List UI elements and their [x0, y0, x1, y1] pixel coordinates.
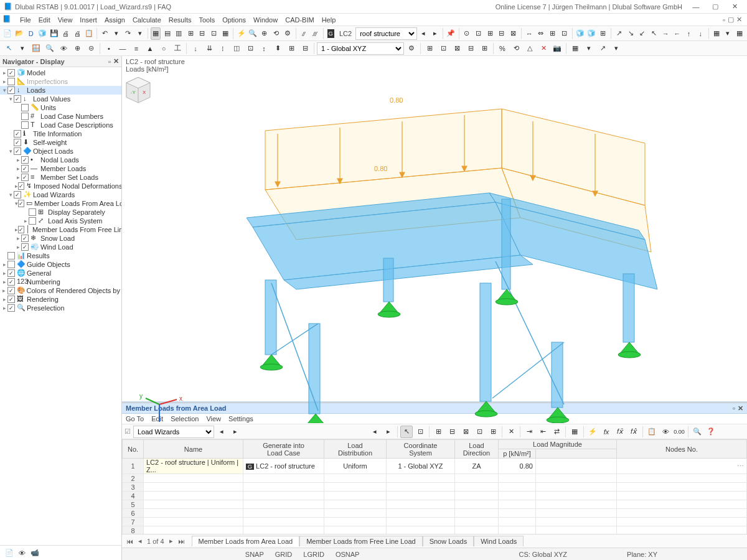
col-dist[interactable]: LoadDistribution [324, 440, 387, 459]
minimize-button[interactable]: — [687, 1, 705, 12]
menu-file[interactable]: File [16, 15, 35, 25]
tree-checkbox[interactable] [7, 269, 15, 277]
tree-item[interactable]: ▸123Numbering [0, 278, 121, 286]
col-sys[interactable]: CoordinateSystem [387, 440, 455, 459]
d1-icon[interactable]: % [496, 42, 509, 55]
m3-icon[interactable]: ⊞ [547, 27, 558, 40]
tt15-icon[interactable]: ⚡ [586, 426, 599, 438]
panel-pin-icon[interactable]: ▫ [108, 58, 111, 65]
tt19-icon[interactable]: 📋 [646, 426, 658, 438]
c2-icon[interactable]: 🧊 [586, 27, 597, 40]
c3-icon[interactable]: ⊞ [598, 27, 609, 40]
new-model-icon[interactable]: D [26, 27, 36, 40]
tt23-icon[interactable]: ❓ [705, 426, 717, 438]
table-tab[interactable]: Member Loads from Free Line Load [299, 536, 422, 546]
tt2-icon[interactable]: ▸ [382, 426, 395, 438]
tree-checkbox[interactable] [18, 200, 24, 207]
col-p2[interactable] [536, 449, 617, 459]
ax2-icon[interactable]: ↘ [626, 27, 636, 40]
col-gen[interactable]: Generate intoLoad Case [243, 440, 324, 459]
menu-assign[interactable]: Assign [101, 15, 129, 25]
tree-item[interactable]: ▸🖼Rendering [0, 295, 121, 304]
tree-checkbox[interactable] [18, 226, 24, 233]
l9-icon[interactable]: ⊟ [299, 42, 311, 55]
tree-checkbox[interactable] [21, 113, 29, 120]
ax5-icon[interactable]: → [660, 27, 671, 40]
snap4-icon[interactable]: ⊟ [497, 27, 507, 40]
report-icon[interactable]: 📋 [84, 27, 95, 40]
tree-checkbox[interactable] [14, 139, 21, 146]
table-tab[interactable]: Wind Loads [474, 536, 524, 546]
block-manager-icon[interactable]: 🧊 [37, 27, 48, 40]
g5-icon[interactable]: ⊞ [478, 42, 491, 55]
close-button[interactable]: ✕ [726, 1, 743, 12]
ax8-icon[interactable]: ↓ [695, 27, 706, 40]
tree-item[interactable]: ⊞Display Separately [0, 208, 121, 217]
tt22-icon[interactable]: 🔍 [691, 426, 703, 438]
tree-item[interactable]: ▸📐Imperfections [0, 77, 121, 86]
tree-checkbox[interactable] [21, 174, 29, 181]
m2-icon[interactable]: ⇔ [535, 27, 546, 40]
set-icon[interactable]: ≡ [130, 42, 143, 55]
tree-item[interactable]: ▸•Nodal Loads [0, 156, 121, 164]
t2d-icon[interactable]: ⊕ [71, 42, 83, 55]
table-row[interactable]: 4 [123, 492, 747, 500]
d2-icon[interactable]: ⟲ [510, 42, 522, 55]
support-icon[interactable]: ▲ [144, 42, 156, 55]
tree-item[interactable]: ▾↓Load Values [0, 95, 121, 103]
view-solid-icon[interactable]: ▤ [162, 27, 172, 40]
tree-checkbox[interactable] [29, 208, 36, 216]
navigator-tree[interactable]: ▸🧊Model▸📐Imperfections▾↓Loads▾↓Load Valu… [0, 67, 121, 545]
e1-dd-icon[interactable]: ▾ [583, 42, 595, 55]
status-grid[interactable]: GRID [275, 551, 293, 558]
d5-icon[interactable]: 📷 [551, 42, 563, 55]
sel-icon[interactable]: ↖ [2, 42, 15, 55]
view-5-icon[interactable]: ⊟ [197, 27, 207, 40]
t2b-icon[interactable]: 🔍 [44, 42, 56, 55]
hinge-icon[interactable]: ○ [157, 42, 170, 55]
calc-icon[interactable]: ⚡ [236, 27, 247, 40]
tree-checkbox[interactable] [21, 156, 29, 164]
table-row[interactable]: 5 [123, 500, 747, 509]
tree-checkbox[interactable] [7, 69, 15, 77]
view-4-icon[interactable]: ⊞ [186, 27, 196, 40]
tb-a-icon[interactable]: ⫽ [298, 27, 309, 40]
view-cube[interactable]: -Y X [122, 75, 154, 107]
view-wire-icon[interactable]: ▦ [151, 27, 161, 40]
tree-item[interactable]: ▸—Member Loads [0, 164, 121, 173]
tree-item[interactable]: ▾▭Member Loads From Area Load [0, 199, 121, 208]
tree-checkbox[interactable] [21, 243, 29, 251]
tree-checkbox[interactable] [14, 191, 21, 198]
status-lgrid[interactable]: LGRID [303, 551, 324, 558]
t2c-icon[interactable]: 👁 [57, 42, 70, 55]
tt7-icon[interactable]: ⊠ [459, 426, 472, 438]
nav-tab1-icon[interactable]: 📄 [5, 549, 14, 557]
tree-item[interactable]: ▸🌐General [0, 269, 121, 278]
col-no[interactable]: No. [123, 440, 144, 459]
tree-checkbox[interactable] [29, 217, 36, 225]
tree-item[interactable]: 📊Results [0, 251, 121, 260]
menu-help[interactable]: Help [318, 15, 340, 25]
tt10-icon[interactable]: ✕ [505, 426, 517, 438]
tree-item[interactable]: ▸🎨Colors of Rendered Objects by [0, 286, 121, 295]
g3-icon[interactable]: ⊠ [451, 42, 463, 55]
tree-checkbox[interactable] [7, 278, 15, 286]
tt14-icon[interactable]: ▦ [568, 426, 581, 438]
coord-system-select[interactable]: 1 - Global XYZ [317, 42, 404, 55]
tb-b-icon[interactable]: ⫻ [310, 27, 321, 40]
l1-icon[interactable]: ↓ [189, 42, 202, 55]
snap1-icon[interactable]: ⊙ [462, 27, 472, 40]
calc2-icon[interactable]: 🔍 [248, 27, 258, 40]
end3-icon[interactable]: ▦ [735, 27, 745, 40]
ax7-icon[interactable]: ↑ [684, 27, 694, 40]
tt21-icon[interactable]: 0.00 [673, 426, 685, 438]
tree-item[interactable]: 📏Units [0, 103, 121, 112]
table-row[interactable]: 3 [123, 483, 747, 492]
tree-checkbox[interactable] [21, 121, 29, 129]
menu-window[interactable]: Window [250, 15, 281, 25]
section-icon[interactable]: 工 [171, 42, 184, 55]
l5-icon[interactable]: ⊡ [244, 42, 256, 55]
tree-item[interactable]: ▾🔷Object Loads [0, 147, 121, 156]
tt8-icon[interactable]: ⊡ [473, 426, 486, 438]
tree-item[interactable]: ▸🔍Preselection [0, 304, 121, 312]
